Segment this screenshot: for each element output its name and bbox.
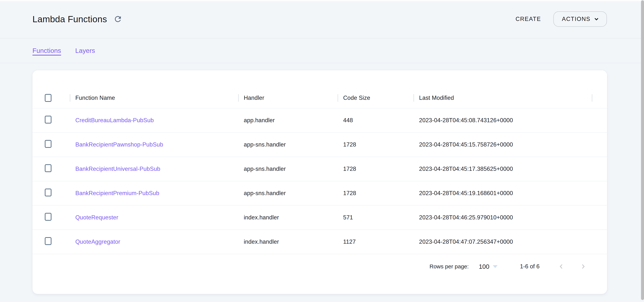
previous-page-button[interactable]	[556, 261, 566, 272]
rows-per-page-label: Rows per page:	[430, 263, 469, 270]
tab-layers[interactable]: Layers	[75, 47, 95, 54]
function-name-link[interactable]: BankRecipientPremium-PubSub	[75, 190, 159, 196]
code-size-cell: 1127	[338, 238, 414, 245]
row-checkbox-cell	[32, 164, 70, 174]
rows-per-page-select[interactable]: 100	[479, 263, 498, 270]
column-header-code-size: Code Size	[338, 88, 414, 108]
last-modified-cell: 2023-04-28T04:45:17.385625+0000	[414, 166, 592, 172]
pagination-range-label: 1-6 of 6	[520, 263, 540, 270]
next-page-button[interactable]	[578, 261, 588, 272]
select-all-cell	[32, 88, 70, 108]
column-header-last-modified: Last Modified	[414, 88, 592, 108]
handler-cell: app.handler	[238, 117, 338, 124]
table-row: QuoteAggregator index.handler 1127 2023-…	[32, 230, 607, 254]
functions-table: Function Name Handler Code Size Last Mod…	[32, 88, 607, 254]
row-checkbox-cell	[32, 237, 70, 246]
handler-cell: index.handler	[238, 238, 338, 245]
create-button[interactable]: CREATE	[511, 12, 546, 26]
actions-button-label: ACTIONS	[562, 16, 590, 23]
table-row: CreditBureauLambda-PubSub app.handler 44…	[32, 108, 607, 133]
actions-button[interactable]: ACTIONS	[553, 12, 607, 27]
function-name-link[interactable]: QuoteAggregator	[75, 238, 120, 245]
refresh-icon	[114, 15, 122, 24]
column-header-function-name: Function Name	[70, 88, 238, 108]
function-name-link[interactable]: BankRecipientPawnshop-PubSub	[75, 141, 163, 148]
tabs-bar: Functions Layers	[0, 39, 644, 63]
column-header-filler	[592, 88, 607, 108]
row-checkbox[interactable]	[45, 213, 52, 221]
table-row: QuoteRequester index.handler 571 2023-04…	[32, 206, 607, 230]
triangle-down-icon	[493, 265, 498, 268]
handler-cell: index.handler	[238, 214, 338, 221]
last-modified-cell: 2023-04-28T04:45:08.743126+0000	[414, 117, 592, 124]
last-modified-cell: 2023-04-28T04:45:19.168601+0000	[414, 190, 592, 197]
code-size-cell: 1728	[338, 141, 414, 148]
row-checkbox-cell	[32, 189, 70, 198]
code-size-cell: 448	[338, 117, 414, 124]
row-checkbox[interactable]	[45, 116, 52, 123]
last-modified-cell: 2023-04-28T04:45:15.758726+0000	[414, 141, 592, 148]
handler-cell: app-sns.handler	[238, 166, 338, 172]
select-all-checkbox[interactable]	[45, 94, 52, 102]
app-header: Lambda Functions CREATE ACTIONS	[0, 0, 644, 39]
row-checkbox[interactable]	[45, 189, 52, 196]
page-title: Lambda Functions	[32, 14, 107, 24]
row-checkbox-cell	[32, 213, 70, 222]
chevron-right-icon	[579, 262, 588, 271]
functions-table-card: Function Name Handler Code Size Last Mod…	[32, 70, 607, 294]
pagination-bar: Rows per page: 100 1-6 of 6	[32, 254, 607, 279]
table-row: BankRecipientUniversal-PubSub app-sns.ha…	[32, 157, 607, 181]
code-size-cell: 1728	[338, 190, 414, 197]
row-checkbox[interactable]	[45, 140, 52, 148]
table-row: BankRecipientPremium-PubSub app-sns.hand…	[32, 181, 607, 206]
row-checkbox[interactable]	[45, 237, 52, 245]
code-size-cell: 1728	[338, 166, 414, 172]
rows-per-page-value: 100	[479, 263, 490, 270]
code-size-cell: 571	[338, 214, 414, 221]
chevron-down-icon	[593, 15, 600, 23]
tab-functions[interactable]: Functions	[32, 47, 61, 54]
function-name-link[interactable]: CreditBureauLambda-PubSub	[75, 117, 154, 123]
function-name-link[interactable]: QuoteRequester	[75, 214, 118, 221]
handler-cell: app-sns.handler	[238, 141, 338, 148]
table-header-row: Function Name Handler Code Size Last Mod…	[32, 88, 607, 108]
vertical-scrollbar[interactable]	[641, 0, 644, 300]
row-checkbox[interactable]	[45, 164, 52, 172]
function-name-link[interactable]: BankRecipientUniversal-PubSub	[75, 166, 160, 172]
last-modified-cell: 2023-04-28T04:47:07.256347+0000	[414, 238, 592, 245]
refresh-button[interactable]	[112, 14, 124, 25]
row-checkbox-cell	[32, 140, 70, 149]
table-row: BankRecipientPawnshop-PubSub app-sns.han…	[32, 133, 607, 157]
last-modified-cell: 2023-04-28T04:46:25.979010+0000	[414, 214, 592, 221]
handler-cell: app-sns.handler	[238, 190, 338, 197]
column-header-handler: Handler	[238, 88, 338, 108]
chevron-left-icon	[557, 262, 566, 271]
row-checkbox-cell	[32, 116, 70, 125]
